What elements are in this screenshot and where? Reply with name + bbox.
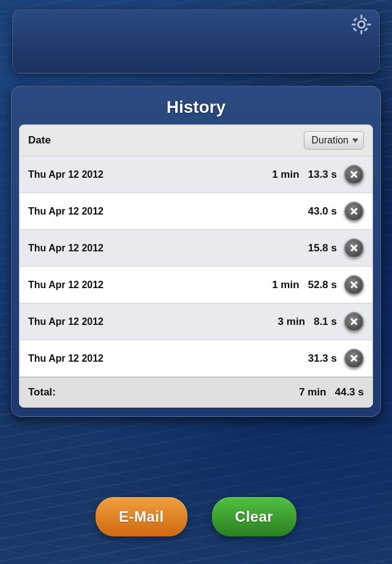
svg-rect-6 <box>353 18 358 22</box>
total-value: 7 min 44.3 s <box>299 386 364 398</box>
svg-rect-9 <box>353 27 357 31</box>
row-date: Thu Apr 12 2012 <box>28 353 308 364</box>
delete-button[interactable] <box>344 312 364 332</box>
history-table: Date Duration Thu Apr 12 2012 1 min 13.3… <box>19 124 373 408</box>
clear-button[interactable]: Clear <box>212 497 297 536</box>
delete-button[interactable] <box>344 238 364 258</box>
row-date: Thu Apr 12 2012 <box>28 169 272 180</box>
row-duration: 1 min 13.3 s <box>272 169 337 181</box>
email-button[interactable]: E-Mail <box>96 497 187 536</box>
svg-rect-3 <box>360 30 362 34</box>
bottom-buttons: E-Mail Clear <box>0 497 392 536</box>
svg-point-1 <box>359 22 364 27</box>
row-date: Thu Apr 12 2012 <box>28 243 308 254</box>
row-date: Thu Apr 12 2012 <box>28 280 272 291</box>
svg-rect-7 <box>364 27 368 31</box>
row-date: Thu Apr 12 2012 <box>28 206 308 217</box>
delete-button[interactable] <box>344 202 364 221</box>
total-label: Total: <box>28 386 299 398</box>
row-duration: 1 min 52.8 s <box>272 279 337 291</box>
chevron-down-icon <box>352 139 358 143</box>
svg-rect-5 <box>367 23 371 25</box>
total-row: Total: 7 min 44.3 s <box>20 377 372 407</box>
row-duration: 31.3 s <box>308 352 337 365</box>
settings-button[interactable] <box>348 11 375 38</box>
row-date: Thu Apr 12 2012 <box>28 316 278 327</box>
delete-button[interactable] <box>344 349 364 368</box>
svg-rect-4 <box>352 23 356 25</box>
close-icon <box>345 166 363 183</box>
svg-rect-2 <box>360 15 362 19</box>
table-row: Thu Apr 12 2012 15.8 s <box>20 230 372 267</box>
table-row: Thu Apr 12 2012 31.3 s <box>20 340 372 377</box>
close-icon <box>345 313 363 330</box>
table-header: Date Duration <box>20 125 372 156</box>
duration-dropdown-label: Duration <box>312 135 349 146</box>
duration-dropdown[interactable]: Duration <box>304 131 364 150</box>
table-row: Thu Apr 12 2012 1 min 52.8 s <box>20 267 372 303</box>
gear-icon <box>350 13 373 36</box>
history-title: History <box>12 86 380 124</box>
close-icon <box>345 276 363 294</box>
close-icon <box>345 203 363 220</box>
delete-button[interactable] <box>344 165 364 185</box>
row-duration: 15.8 s <box>308 242 337 254</box>
history-card: History Date Duration Thu Apr 12 2012 1 … <box>11 86 381 417</box>
close-icon <box>345 350 363 367</box>
top-panel <box>12 9 380 74</box>
date-column-header: Date <box>28 134 304 147</box>
row-duration: 3 min 8.1 s <box>278 316 337 328</box>
table-row: Thu Apr 12 2012 43.0 s <box>20 193 372 230</box>
close-icon <box>345 240 363 257</box>
delete-button[interactable] <box>344 275 364 295</box>
row-duration: 43.0 s <box>308 205 337 218</box>
table-row: Thu Apr 12 2012 1 min 13.3 s <box>20 156 372 193</box>
table-row: Thu Apr 12 2012 3 min 8.1 s <box>20 303 372 340</box>
